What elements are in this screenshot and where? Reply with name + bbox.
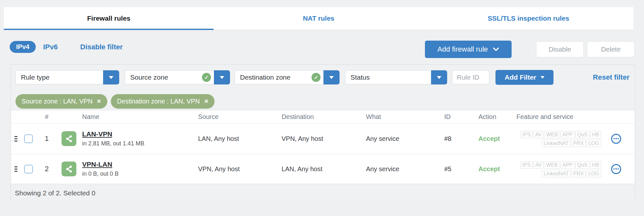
rule-destination: LAN, Any host xyxy=(282,165,366,173)
ipv6-toggle[interactable]: IPv6 xyxy=(43,43,58,51)
rule-traffic-stats: in 0 B, out 0 B xyxy=(82,171,198,177)
source-zone-dropdown[interactable]: Source zone ✓ xyxy=(125,70,230,84)
filter-chip-source-zone: Source zone : LAN, VPN ✕ xyxy=(15,94,107,109)
filter-chip-destination-zone: Destination zone : LAN, VPN ✕ xyxy=(111,94,215,109)
applied-filter-chips: Source zone : LAN, VPN ✕ Destination zon… xyxy=(15,94,215,109)
feature-badge-qos: QoS xyxy=(575,131,590,138)
table-footer: Showing 2 of 2. Selected 0 xyxy=(11,184,635,202)
active-tab-underline xyxy=(4,29,214,30)
ipv4-toggle[interactable]: IPv4 xyxy=(10,41,36,53)
rule-name-link[interactable]: LAN-VPN xyxy=(82,130,112,138)
feature-badge-hb: HB xyxy=(590,131,601,138)
dropdown-arrow-icon[interactable] xyxy=(323,70,340,84)
filter-chip-label: Source zone : LAN, VPN xyxy=(22,98,92,105)
column-header-number: # xyxy=(36,113,57,121)
feature-badge-ips: IPS xyxy=(520,131,533,138)
rule-destination: VPN, Any host xyxy=(282,135,366,142)
delete-button[interactable]: Delete xyxy=(587,41,635,57)
row-checkbox[interactable] xyxy=(24,165,33,173)
destination-zone-dropdown-label: Destination zone xyxy=(235,74,312,81)
row-more-actions-icon[interactable] xyxy=(611,134,621,144)
column-header-destination: Destination xyxy=(282,113,366,121)
column-header-name: Name xyxy=(82,113,198,121)
filter-chip-label: Destination zone : LAN, VPN xyxy=(117,98,200,105)
feature-badge-web: WEB xyxy=(544,161,560,169)
add-firewall-rule-button[interactable]: Add firewall rule xyxy=(425,41,512,58)
dropdown-arrow-icon[interactable] xyxy=(103,70,119,84)
source-zone-dropdown-label: Source zone xyxy=(125,74,202,81)
rule-traffic-stats: in 2.81 MB, out 1.41 MB xyxy=(82,140,198,147)
rule-action: Accept xyxy=(478,135,516,142)
rule-id: #5 xyxy=(444,165,478,173)
feature-badge-log: LOG xyxy=(586,170,601,177)
rule-zone-share-icon xyxy=(62,162,76,176)
dropdown-arrow-icon[interactable] xyxy=(214,70,230,84)
tab-ssl-tls-inspection-rules[interactable]: SSL/TLS inspection rules xyxy=(424,7,633,30)
drag-handle-icon[interactable] xyxy=(11,136,21,142)
tab-label: SSL/TLS inspection rules xyxy=(488,15,569,22)
dropdown-arrow-icon[interactable] xyxy=(431,70,447,84)
column-header-source: Source xyxy=(198,113,282,121)
caret-down-icon xyxy=(437,76,441,79)
feature-badge-hb: HB xyxy=(590,161,601,169)
rule-source: LAN, Any host xyxy=(198,135,282,142)
feature-badge-log: LOG xyxy=(586,140,601,147)
disable-filter-link[interactable]: Disable filter xyxy=(80,43,123,51)
feature-badge-prx: PRX xyxy=(571,140,586,147)
table-row: 2 VPN-LAN in 0 B, out 0 B VPN, Any host xyxy=(11,154,635,184)
feature-badge-app: APP xyxy=(561,161,575,169)
firewall-rules-table: # Name Source Destination What ID Action… xyxy=(11,110,635,202)
rule-position: 1 xyxy=(36,134,57,143)
share-icon xyxy=(65,165,73,173)
rule-source: VPN, Any host xyxy=(198,165,282,173)
column-header-feature-and-service: Feature and service xyxy=(516,113,635,121)
ipv4-label: IPv4 xyxy=(16,43,29,51)
caret-down-icon xyxy=(109,76,113,79)
firewall-rules-panel: Rule type Source zone ✓ Destination zone… xyxy=(11,64,635,201)
destination-zone-dropdown[interactable]: Destination zone ✓ xyxy=(235,70,340,84)
rule-type-dropdown-label: Rule type xyxy=(16,74,103,81)
add-firewall-rule-label: Add firewall rule xyxy=(437,45,488,54)
caret-down-icon xyxy=(220,76,224,79)
rule-id-input[interactable] xyxy=(452,70,489,84)
status-dropdown[interactable]: Status xyxy=(345,70,447,84)
row-checkbox[interactable] xyxy=(24,134,33,143)
share-icon xyxy=(65,134,73,143)
rule-zone-share-icon xyxy=(62,131,76,146)
disable-button[interactable]: Disable xyxy=(536,41,584,57)
feature-badges: IPSAVWEBAPPQoSHBLinkedNATPRXLOG xyxy=(520,130,601,147)
feature-badge-linkednat: LinkedNAT xyxy=(542,170,571,177)
rule-position: 2 xyxy=(36,165,57,173)
drag-handle-icon[interactable] xyxy=(11,166,21,172)
feature-badges: IPSAVWEBAPPQoSHBLinkedNATPRXLOG xyxy=(520,160,601,178)
remove-filter-icon[interactable]: ✕ xyxy=(97,98,101,105)
column-header-id: ID xyxy=(444,113,478,121)
rule-type-dropdown[interactable]: Rule type xyxy=(15,70,119,84)
add-filter-button[interactable]: Add Filter xyxy=(495,70,553,85)
filter-applied-check-icon: ✓ xyxy=(202,73,211,82)
feature-badge-prx: PRX xyxy=(571,170,586,177)
tab-nat-rules[interactable]: NAT rules xyxy=(214,7,423,30)
rule-id: #8 xyxy=(444,135,478,142)
tab-label: Firewall rules xyxy=(87,15,130,22)
feature-badge-qos: QoS xyxy=(575,161,590,169)
remove-filter-icon[interactable]: ✕ xyxy=(204,98,208,105)
feature-badge-linkednat: LinkedNAT xyxy=(542,140,571,147)
showing-status-text: Showing 2 of 2. Selected 0 xyxy=(15,189,95,197)
reset-filter-link[interactable]: Reset filter xyxy=(593,73,630,82)
feature-badge-ips: IPS xyxy=(520,161,533,169)
rule-name-link[interactable]: VPN-LAN xyxy=(82,161,112,168)
status-dropdown-label: Status xyxy=(345,74,431,81)
table-header-row: # Name Source Destination What ID Action… xyxy=(11,110,635,123)
feature-badge-av: AV xyxy=(533,161,543,169)
rule-what: Any service xyxy=(366,165,444,173)
rule-action: Accept xyxy=(478,165,516,173)
feature-badge-av: AV xyxy=(533,131,543,138)
column-header-action: Action xyxy=(478,113,516,121)
row-more-actions-icon[interactable] xyxy=(611,164,621,174)
feature-badge-web: WEB xyxy=(544,131,560,138)
table-row: 1 LAN-VPN in 2.81 MB, out 1.41 MB LAN, A… xyxy=(11,123,635,154)
tab-firewall-rules[interactable]: Firewall rules xyxy=(4,7,214,30)
add-filter-label: Add Filter xyxy=(505,74,536,81)
feature-badge-app: APP xyxy=(561,131,575,138)
